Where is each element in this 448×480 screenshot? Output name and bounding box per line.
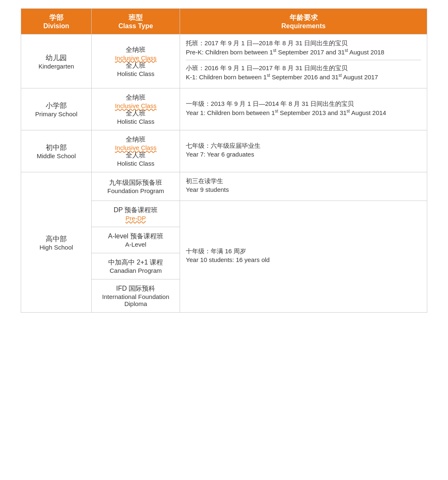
high-school-division-cell: 高中部High School: [21, 172, 92, 313]
classtype-en: Inclusive Class: [97, 144, 174, 151]
req-zh: 初三在读学生: [186, 177, 421, 185]
req-zh: 小班：2016 年 9 月 1 日—2017 年 8 月 31 日间出生的宝贝: [186, 64, 421, 72]
header-division-zh: 学部: [27, 13, 85, 22]
classtype-cell: 中加高中 2+1 课程Canadian Program: [92, 253, 180, 279]
req-en: Year 1: Children born between 1st Septem…: [186, 109, 421, 116]
classtype-zh: 全纳班: [97, 46, 174, 54]
classtype-zh: 全人班: [97, 61, 174, 70]
classtype-cell: 九年级国际预备班Foundation Program: [92, 172, 180, 201]
classtype-zh: A-level 预备课程班: [97, 232, 174, 241]
classtype-zh: 全纳班: [97, 93, 174, 102]
requirements-cell: 托班：2017 年 9 月 1 日—2018 年 8 月 31 日间出生的宝贝P…: [180, 34, 427, 88]
classtype-zh: 九年级国际预备班: [97, 179, 174, 187]
division-en: High School: [27, 244, 85, 251]
classtype-en: Foundation Program: [97, 187, 174, 194]
classtype-en: Holistic Class: [97, 118, 174, 125]
classtype-zh: 中加高中 2+1 课程: [97, 258, 174, 267]
classtype-zh: IFD 国际预科: [97, 284, 174, 293]
classtype-cell: 全纳班Inclusive Class全人班Holistic Class: [92, 130, 180, 172]
main-table-wrapper: 学部 Division 班型 Class Type 年龄要求 Requireme…: [21, 8, 427, 313]
requirements-cell: 七年级：六年级应届毕业生Year 7: Year 6 graduates: [180, 130, 427, 172]
table-row: 幼儿园Kindergarten全纳班Inclusive Class全人班Holi…: [21, 34, 427, 88]
header-requirements: 年龄要求 Requirements: [180, 9, 427, 34]
table-row: 初中部Middle School全纳班Inclusive Class全人班Hol…: [21, 130, 427, 172]
division-en: Middle School: [27, 152, 85, 159]
requirements-cell-hs-shared: 十年级：年满 16 周岁Year 10 students: 16 years o…: [180, 201, 427, 313]
division-zh: 初中部: [27, 143, 85, 152]
classtype-en: International Foundation Diploma: [97, 293, 174, 307]
classtype-en: Pre-DP: [97, 215, 174, 222]
req-block: 一年级：2013 年 9 月 1 日—2014 年 8 月 31 日间出生的宝贝…: [186, 100, 421, 116]
header-requirements-en: Requirements: [186, 22, 421, 30]
header-classtype-en: Class Type: [97, 22, 174, 30]
classtype-en: Holistic Class: [97, 160, 174, 167]
classtype-cell: 全纳班Inclusive Class全人班Holistic Class: [92, 88, 180, 130]
classtype-en: Inclusive Class: [97, 102, 174, 109]
req-zh: 七年级：六年级应届毕业生: [186, 142, 421, 150]
classtype-en: A-Level: [97, 241, 174, 248]
division-en: Primary School: [27, 110, 85, 118]
requirements-cell: 一年级：2013 年 9 月 1 日—2014 年 8 月 31 日间出生的宝贝…: [180, 88, 427, 130]
classtype-en: Holistic Class: [97, 70, 174, 77]
high-school-row: 高中部High School九年级国际预备班Foundation Program…: [21, 172, 427, 201]
classtype-cell: A-level 预备课程班A-Level: [92, 227, 180, 253]
req-en: Pre-K: Children born between 1st Septemb…: [186, 48, 421, 56]
division-cell: 初中部Middle School: [21, 130, 92, 172]
classtype-en: Canadian Program: [97, 267, 174, 274]
req-en: Year 9 students: [186, 186, 421, 193]
requirements-cell: 初三在读学生Year 9 students: [180, 172, 427, 201]
division-zh: 幼儿园: [27, 53, 85, 63]
classtype-cell: IFD 国际预科International Foundation Diploma: [92, 279, 180, 313]
req-en: K-1: Children born between 1st September…: [186, 73, 421, 81]
table-row: 小学部Primary School全纳班Inclusive Class全人班Ho…: [21, 88, 427, 130]
enrollment-table: 学部 Division 班型 Class Type 年龄要求 Requireme…: [21, 8, 427, 313]
division-cell: 幼儿园Kindergarten: [21, 34, 92, 88]
req-zh: 托班：2017 年 9 月 1 日—2018 年 8 月 31 日间出生的宝贝: [186, 39, 421, 47]
table-header-row: 学部 Division 班型 Class Type 年龄要求 Requireme…: [21, 9, 427, 34]
req-block: 小班：2016 年 9 月 1 日—2017 年 8 月 31 日间出生的宝贝K…: [186, 60, 421, 81]
division-en: Kindergarten: [27, 63, 85, 70]
req-en: Year 10 students: 16 years old: [186, 256, 421, 263]
header-requirements-zh: 年龄要求: [186, 13, 421, 22]
division-cell: 小学部Primary School: [21, 88, 92, 130]
classtype-zh: 全人班: [97, 109, 174, 118]
req-block: 七年级：六年级应届毕业生Year 7: Year 6 graduates: [186, 142, 421, 158]
classtype-zh: DP 预备课程班: [97, 206, 174, 215]
header-classtype: 班型 Class Type: [92, 9, 180, 34]
req-en: Year 7: Year 6 graduates: [186, 151, 421, 158]
header-division-en: Division: [27, 22, 85, 30]
header-classtype-zh: 班型: [97, 13, 174, 22]
req-zh: 一年级：2013 年 9 月 1 日—2014 年 8 月 31 日间出生的宝贝: [186, 100, 421, 108]
classtype-zh: 全纳班: [97, 135, 174, 144]
classtype-cell: 全纳班Inclusive Class全人班Holistic Class: [92, 34, 180, 88]
classtype-zh: 全人班: [97, 151, 174, 160]
req-block: 托班：2017 年 9 月 1 日—2018 年 8 月 31 日间出生的宝贝P…: [186, 39, 421, 56]
header-division: 学部 Division: [21, 9, 92, 34]
req-zh: 十年级：年满 16 周岁: [186, 247, 421, 255]
division-zh: 高中部: [27, 234, 85, 244]
classtype-en: Inclusive Class: [97, 54, 174, 61]
classtype-cell: DP 预备课程班Pre-DP: [92, 201, 180, 227]
division-zh: 小学部: [27, 101, 85, 110]
